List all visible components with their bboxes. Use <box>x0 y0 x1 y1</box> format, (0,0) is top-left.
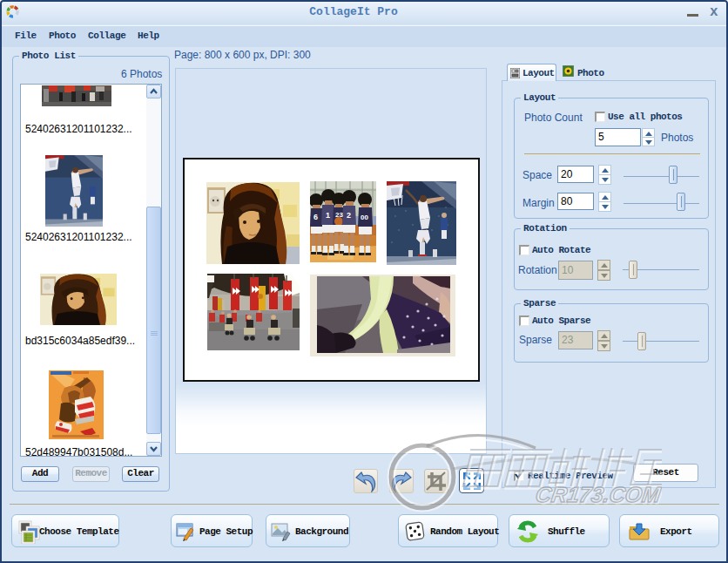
svg-text:6: 6 <box>313 213 318 221</box>
svg-text:23: 23 <box>335 211 343 219</box>
svg-text:00: 00 <box>361 214 368 221</box>
svg-text:1: 1 <box>326 211 330 220</box>
svg-text:2: 2 <box>347 211 351 220</box>
